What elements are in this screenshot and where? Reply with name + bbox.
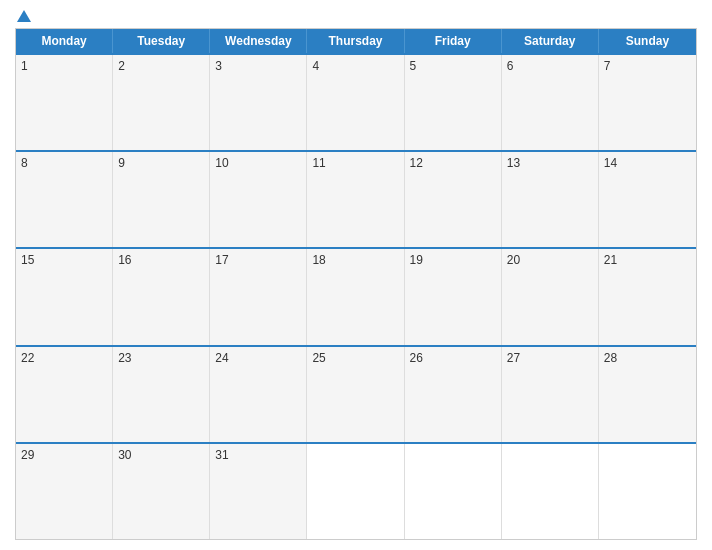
calendar-cell <box>502 444 599 539</box>
calendar-cell: 10 <box>210 152 307 247</box>
calendar-header: Monday Tuesday Wednesday Thursday Friday… <box>16 29 696 53</box>
header-saturday: Saturday <box>502 29 599 53</box>
calendar-cell: 20 <box>502 249 599 344</box>
day-number: 9 <box>118 156 125 170</box>
calendar-cell: 18 <box>307 249 404 344</box>
calendar-cell: 23 <box>113 347 210 442</box>
calendar-cell: 22 <box>16 347 113 442</box>
calendar-grid: Monday Tuesday Wednesday Thursday Friday… <box>15 28 697 540</box>
calendar-week-4: 22232425262728 <box>16 345 696 442</box>
calendar-cell: 3 <box>210 55 307 150</box>
day-number: 16 <box>118 253 131 267</box>
calendar-cell: 12 <box>405 152 502 247</box>
day-number: 22 <box>21 351 34 365</box>
day-number: 31 <box>215 448 228 462</box>
calendar-cell <box>307 444 404 539</box>
calendar-cell: 27 <box>502 347 599 442</box>
calendar-cell: 1 <box>16 55 113 150</box>
calendar-cell: 15 <box>16 249 113 344</box>
header-friday: Friday <box>405 29 502 53</box>
calendar-cell: 30 <box>113 444 210 539</box>
day-number: 4 <box>312 59 319 73</box>
day-number: 29 <box>21 448 34 462</box>
header <box>15 10 697 22</box>
calendar-cell: 2 <box>113 55 210 150</box>
calendar-week-5: 293031 <box>16 442 696 539</box>
day-number: 20 <box>507 253 520 267</box>
header-sunday: Sunday <box>599 29 696 53</box>
calendar-cell <box>405 444 502 539</box>
calendar-cell: 25 <box>307 347 404 442</box>
calendar-cell: 16 <box>113 249 210 344</box>
calendar-cell: 8 <box>16 152 113 247</box>
calendar-cell: 14 <box>599 152 696 247</box>
calendar-week-1: 1234567 <box>16 53 696 150</box>
calendar-cell: 26 <box>405 347 502 442</box>
header-monday: Monday <box>16 29 113 53</box>
day-number: 10 <box>215 156 228 170</box>
calendar-page: Monday Tuesday Wednesday Thursday Friday… <box>0 0 712 550</box>
calendar-week-2: 891011121314 <box>16 150 696 247</box>
calendar-cell: 13 <box>502 152 599 247</box>
day-number: 25 <box>312 351 325 365</box>
day-number: 24 <box>215 351 228 365</box>
day-number: 28 <box>604 351 617 365</box>
day-number: 5 <box>410 59 417 73</box>
day-number: 17 <box>215 253 228 267</box>
day-number: 2 <box>118 59 125 73</box>
day-number: 18 <box>312 253 325 267</box>
calendar-cell: 6 <box>502 55 599 150</box>
calendar-cell <box>599 444 696 539</box>
day-number: 12 <box>410 156 423 170</box>
day-number: 13 <box>507 156 520 170</box>
logo <box>15 10 31 22</box>
day-number: 7 <box>604 59 611 73</box>
calendar-cell: 24 <box>210 347 307 442</box>
day-number: 3 <box>215 59 222 73</box>
day-number: 19 <box>410 253 423 267</box>
logo-blue-text <box>15 10 31 22</box>
day-number: 27 <box>507 351 520 365</box>
header-wednesday: Wednesday <box>210 29 307 53</box>
calendar-cell: 7 <box>599 55 696 150</box>
day-number: 14 <box>604 156 617 170</box>
calendar-cell: 29 <box>16 444 113 539</box>
calendar-cell: 28 <box>599 347 696 442</box>
header-tuesday: Tuesday <box>113 29 210 53</box>
day-number: 15 <box>21 253 34 267</box>
day-number: 21 <box>604 253 617 267</box>
day-number: 26 <box>410 351 423 365</box>
calendar-cell: 11 <box>307 152 404 247</box>
day-number: 23 <box>118 351 131 365</box>
day-number: 1 <box>21 59 28 73</box>
day-number: 11 <box>312 156 325 170</box>
day-number: 30 <box>118 448 131 462</box>
calendar-cell: 4 <box>307 55 404 150</box>
calendar-cell: 5 <box>405 55 502 150</box>
calendar-week-3: 15161718192021 <box>16 247 696 344</box>
calendar-cell: 9 <box>113 152 210 247</box>
day-number: 8 <box>21 156 28 170</box>
day-number: 6 <box>507 59 514 73</box>
logo-triangle-icon <box>17 10 31 22</box>
calendar-cell: 21 <box>599 249 696 344</box>
calendar-cell: 17 <box>210 249 307 344</box>
header-thursday: Thursday <box>307 29 404 53</box>
calendar-cell: 19 <box>405 249 502 344</box>
calendar-body: 1234567891011121314151617181920212223242… <box>16 53 696 539</box>
calendar-cell: 31 <box>210 444 307 539</box>
